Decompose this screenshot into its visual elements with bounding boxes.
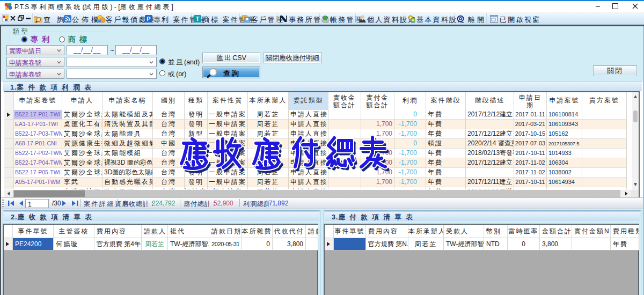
svg-text:T: T	[196, 16, 200, 22]
svg-text:P: P	[147, 16, 150, 22]
